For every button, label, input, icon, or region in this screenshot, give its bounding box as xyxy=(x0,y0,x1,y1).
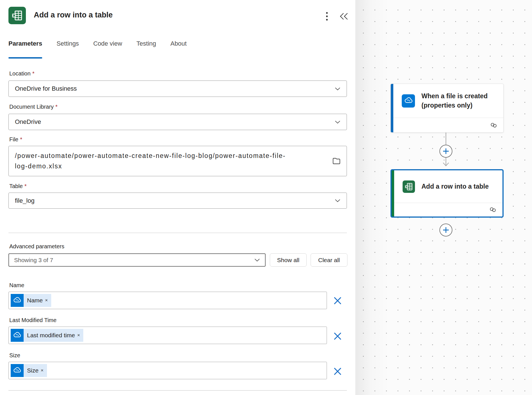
required-asterisk: * xyxy=(32,70,35,77)
insert-step-button[interactable] xyxy=(439,145,452,158)
action-accent-bar xyxy=(392,170,394,217)
action-config-panel: Add a row into a table Parameters Settin… xyxy=(0,0,355,395)
plus-icon xyxy=(443,227,449,233)
folder-icon xyxy=(332,156,341,166)
document-library-label-text: Document Library xyxy=(9,104,54,110)
size-field-label: Size xyxy=(9,352,20,359)
tab-code-view[interactable]: Code view xyxy=(93,40,122,52)
document-library-dropdown[interactable]: OneDrive xyxy=(8,114,347,130)
required-asterisk: * xyxy=(24,183,27,189)
advanced-parameters-label: Advanced parameters xyxy=(9,243,64,250)
size-field[interactable]: Size × xyxy=(8,362,327,379)
plus-icon xyxy=(443,148,449,154)
bottom-divider xyxy=(8,390,347,391)
token-remove-icon[interactable]: × xyxy=(41,368,44,373)
file-label: File* xyxy=(9,136,22,143)
name-field-label: Name xyxy=(9,282,24,289)
browse-file-button[interactable] xyxy=(331,156,342,167)
action-node[interactable]: Add a row into a table xyxy=(390,169,504,218)
table-dropdown[interactable]: file_log xyxy=(8,193,347,209)
table-value: file_log xyxy=(15,197,35,204)
cloud-icon xyxy=(12,331,22,340)
location-dropdown[interactable]: OneDrive for Business xyxy=(8,81,347,97)
link-icon[interactable] xyxy=(489,207,497,213)
clear-x-icon xyxy=(334,297,342,305)
location-label: Location* xyxy=(9,70,34,77)
cloud-icon xyxy=(403,96,414,106)
last-modified-time-field-label: Last Modified Time xyxy=(9,317,57,323)
token-body: Size × xyxy=(24,364,47,377)
tab-settings[interactable]: Settings xyxy=(57,40,79,52)
file-input[interactable]: /power-automate/power-automate-create-ne… xyxy=(8,146,347,176)
last-modified-time-field[interactable]: Last modified time × xyxy=(8,327,327,344)
excel-icon-glyph xyxy=(11,9,24,22)
size-token[interactable]: Size × xyxy=(11,364,47,377)
document-library-value: OneDrive xyxy=(15,118,41,126)
token-label: Last modified time xyxy=(27,332,75,339)
onedrive-icon xyxy=(11,329,24,342)
section-divider xyxy=(8,233,347,233)
onedrive-icon xyxy=(11,364,24,377)
token-remove-icon[interactable]: × xyxy=(45,298,48,303)
tab-about[interactable]: About xyxy=(170,40,187,52)
file-path-value: /power-automate/power-automate-create-ne… xyxy=(15,151,291,171)
name-token[interactable]: Name × xyxy=(11,294,51,307)
clear-size-field-button[interactable] xyxy=(332,366,343,377)
add-step-button[interactable] xyxy=(439,224,452,236)
tab-parameters[interactable]: Parameters xyxy=(8,40,42,52)
onedrive-icon xyxy=(11,294,24,307)
tab-testing[interactable]: Testing xyxy=(136,40,156,52)
double-chevron-left-icon xyxy=(340,13,348,20)
required-asterisk: * xyxy=(20,136,22,142)
trigger-node-title: When a file is created (properties only) xyxy=(421,92,503,110)
action-node-footer xyxy=(392,203,502,217)
clear-x-icon xyxy=(334,332,342,340)
token-label: Name xyxy=(27,297,43,304)
excel-icon xyxy=(403,180,415,193)
action-node-header: Add a row into a table xyxy=(392,170,502,203)
required-asterisk: * xyxy=(55,104,58,110)
link-icon[interactable] xyxy=(490,122,498,128)
token-body: Last modified time × xyxy=(24,329,83,342)
panel-title: Add a row into a table xyxy=(34,11,113,19)
advanced-parameters-value: Showing 3 of 7 xyxy=(14,257,53,264)
chevron-down-icon xyxy=(335,199,340,202)
token-body: Name × xyxy=(24,294,51,307)
chevron-down-icon xyxy=(254,258,260,262)
token-label: Size xyxy=(27,367,39,374)
chevron-down-icon xyxy=(335,120,340,124)
location-label-text: Location xyxy=(9,70,31,77)
tab-bar: Parameters Settings Code view Testing Ab… xyxy=(8,40,187,52)
excel-icon xyxy=(8,7,26,24)
file-label-text: File xyxy=(9,136,18,142)
trigger-node[interactable]: When a file is created (properties only) xyxy=(390,84,504,133)
location-value: OneDrive for Business xyxy=(15,85,77,92)
trigger-accent-bar xyxy=(391,84,393,132)
table-label-text: Table xyxy=(9,183,23,189)
collapse-panel-button[interactable] xyxy=(337,10,351,23)
chevron-down-icon xyxy=(335,87,340,90)
table-label: Table* xyxy=(9,183,27,189)
cloud-icon xyxy=(12,296,22,305)
trigger-node-footer xyxy=(391,118,503,132)
token-remove-icon[interactable]: × xyxy=(77,332,80,338)
last-modified-time-token[interactable]: Last modified time × xyxy=(11,329,83,342)
advanced-parameters-dropdown[interactable]: Showing 3 of 7 xyxy=(8,253,266,267)
more-vertical-icon xyxy=(326,12,328,21)
clear-x-icon xyxy=(334,367,342,375)
clear-last-modified-time-field-button[interactable] xyxy=(332,331,343,342)
clear-name-field-button[interactable] xyxy=(332,295,343,306)
flow-canvas[interactable]: When a file is created (properties only) xyxy=(355,0,532,395)
more-options-button[interactable] xyxy=(321,10,333,23)
excel-icon-glyph xyxy=(404,182,414,191)
clear-all-button[interactable]: Clear all xyxy=(311,253,347,267)
action-node-title: Add a row into a table xyxy=(421,182,489,191)
trigger-node-header: When a file is created (properties only) xyxy=(391,84,503,118)
onedrive-icon xyxy=(402,94,415,108)
document-library-label: Document Library* xyxy=(9,104,58,110)
cloud-icon xyxy=(12,366,22,375)
name-field[interactable]: Name × xyxy=(8,292,327,309)
show-all-button[interactable]: Show all xyxy=(270,253,307,267)
